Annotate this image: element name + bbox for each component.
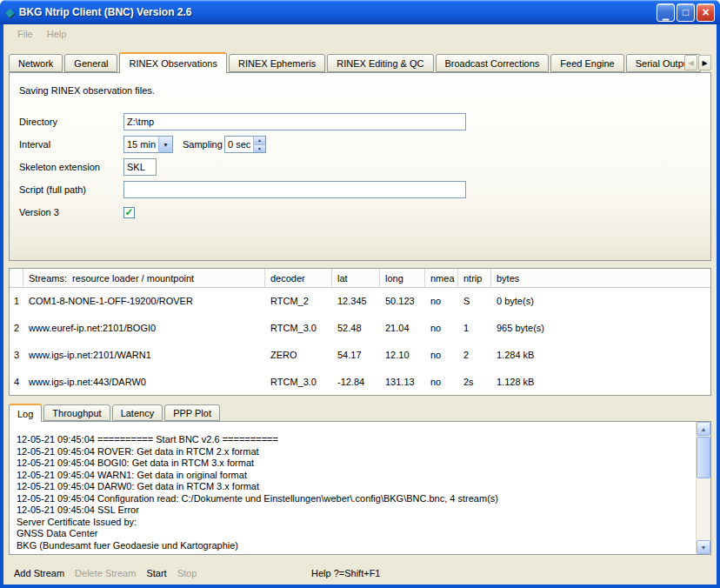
log-line: 12-05-21 09:45:04 WARN1: Get data in ori…: [17, 470, 689, 482]
skeleton-row: Skeleton extension: [19, 158, 701, 176]
minimize-icon: ▁: [663, 12, 669, 20]
log-line: 12-05-21 09:45:04 BOGI0: Get data in RTC…: [17, 458, 689, 470]
tab-bar: Network General RINEX Observations RINEX…: [9, 52, 711, 72]
scroll-up-icon[interactable]: ▲: [697, 422, 710, 436]
spin-down-icon[interactable]: ▼: [253, 144, 265, 153]
window-title: BKG Ntrip Client (BNC) Version 2.6: [19, 6, 655, 18]
cell-lat: 52.48: [332, 315, 380, 342]
tab-scroll-right-icon[interactable]: ▶: [698, 55, 711, 70]
interval-value: 15 min: [124, 139, 158, 150]
tab-throughput[interactable]: Throughput: [43, 404, 110, 421]
stream-row-3[interactable]: 3 www.igs-ip.net:2101/WARN1 ZERO 54.17 1…: [10, 342, 710, 369]
tab-scroll-controls: ◀ ▶: [683, 55, 711, 70]
close-icon: ×: [702, 6, 709, 18]
interval-label: Interval: [19, 139, 123, 150]
sampling-value: 0 sec: [225, 137, 253, 152]
cell-ntrip: 1: [458, 315, 491, 342]
cell-long: 12.10: [380, 342, 425, 369]
version3-row: Version 3 ✓: [19, 204, 701, 221]
streams-table-header: Streams: resource loader / mountpoint de…: [10, 269, 710, 288]
sampling-spinner[interactable]: 0 sec ▲ ▼: [224, 136, 266, 153]
start-button[interactable]: Start: [146, 568, 166, 578]
tab-network[interactable]: Network: [9, 54, 63, 72]
cell-mountpoint: COM1-8-NONE-1-OFF-19200/ROVER: [23, 288, 265, 315]
tab-rinex-observations[interactable]: RINEX Observations: [119, 52, 226, 73]
tab-feed-engine[interactable]: Feed Engine: [550, 54, 623, 72]
col-bytes[interactable]: bytes: [491, 269, 710, 287]
bottom-tab-bar: Log Throughput Latency PPP Plot: [9, 404, 711, 421]
cell-decoder: ZERO: [265, 342, 332, 369]
scrollbar-thumb[interactable]: [697, 437, 710, 478]
maximize-icon: □: [683, 7, 689, 17]
col-lat[interactable]: lat: [332, 269, 380, 287]
tab-broadcast-corrections[interactable]: Broadcast Corrections: [436, 54, 550, 72]
cell-row-number: 4: [10, 369, 23, 396]
cell-decoder: RTCM_2: [265, 288, 332, 315]
maximize-button[interactable]: □: [677, 3, 695, 22]
spin-up-icon[interactable]: ▲: [253, 137, 265, 144]
stream-row-4[interactable]: 4 www.igs-ip.net:443/DARW0 RTCM_3.0 -12.…: [10, 369, 710, 396]
tab-general[interactable]: General: [64, 54, 117, 72]
script-path-input[interactable]: [123, 181, 466, 198]
stream-row-1[interactable]: 1 COM1-8-NONE-1-OFF-19200/ROVER RTCM_2 1…: [10, 288, 710, 315]
skeleton-extension-input[interactable]: [123, 158, 157, 176]
interval-row: Interval 15 min ▼ Sampling 0 sec ▲ ▼: [19, 136, 701, 153]
directory-label: Directory: [19, 117, 123, 127]
log-scrollbar[interactable]: ▲ ▼: [696, 422, 710, 554]
scroll-down-icon[interactable]: ▼: [697, 540, 710, 554]
tab-rinex-editing-qc[interactable]: RINEX Editing & QC: [327, 54, 433, 72]
sampling-label: Sampling: [183, 139, 221, 150]
cell-ntrip: 2: [458, 342, 491, 369]
log-line: 12-05-21 09:45:04 DARW0: Get data in RTC…: [17, 481, 689, 493]
col-long[interactable]: long: [380, 269, 425, 287]
rinex-observations-panel: Saving RINEX observation files. Director…: [9, 72, 711, 261]
tab-latency[interactable]: Latency: [112, 404, 163, 421]
col-row-number: [10, 269, 23, 287]
log-line: 12-05-21 09:45:04 ROVER: Get data in RTC…: [17, 446, 689, 458]
cell-nmea: no: [425, 342, 458, 369]
log-line: GNSS Data Center: [17, 528, 689, 540]
cell-mountpoint: www.igs-ip.net:443/DARW0: [23, 369, 265, 396]
col-mountpoint[interactable]: Streams: resource loader / mountpoint: [23, 269, 265, 287]
col-nmea[interactable]: nmea: [425, 269, 458, 287]
log-text: 12-05-21 09:45:04 ========== Start BNC v…: [10, 422, 696, 554]
checkmark-icon: ✓: [124, 207, 133, 217]
cell-bytes: 965 byte(s): [491, 315, 710, 342]
col-ntrip[interactable]: ntrip: [458, 269, 491, 287]
panel-description: Saving RINEX observation files.: [19, 85, 155, 96]
minimize-button[interactable]: ▁: [657, 3, 675, 22]
dropdown-arrow-icon[interactable]: ▼: [158, 137, 172, 152]
cell-lat: -12.84: [332, 369, 380, 396]
tab-log[interactable]: Log: [9, 404, 42, 422]
cell-lat: 54.17: [332, 342, 380, 369]
cell-long: 21.04: [380, 315, 425, 342]
titlebar[interactable]: ◆ BKG Ntrip Client (BNC) Version 2.6 ▁ □…: [0, 0, 720, 24]
client-area: File Help Network General RINEX Observat…: [3, 24, 717, 585]
col-decoder[interactable]: decoder: [265, 269, 332, 287]
app-icon: ◆: [5, 6, 15, 18]
stream-row-2[interactable]: 2 www.euref-ip.net:2101/BOGI0 RTCM_3.0 5…: [10, 315, 710, 342]
log-panel: 12-05-21 09:45:04 ========== Start BNC v…: [9, 421, 711, 555]
cell-decoder: RTCM_3.0: [265, 315, 332, 342]
delete-stream-button[interactable]: Delete Stream: [75, 568, 136, 578]
cell-bytes: 1.284 kB: [491, 342, 710, 369]
menubar: File Help: [3, 24, 717, 43]
interval-dropdown[interactable]: 15 min ▼: [123, 136, 173, 153]
stop-button[interactable]: Stop: [177, 568, 197, 578]
directory-input[interactable]: [123, 113, 466, 130]
tab-ppp-plot[interactable]: PPP Plot: [164, 404, 220, 421]
tab-scroll-left-icon[interactable]: ◀: [684, 55, 697, 70]
version3-checkbox[interactable]: ✓: [123, 207, 135, 218]
menu-help[interactable]: Help: [40, 27, 74, 41]
application-window: ◆ BKG Ntrip Client (BNC) Version 2.6 ▁ □…: [0, 0, 720, 588]
log-line: 12-05-21 09:45:04 ========== Start BNC v…: [17, 434, 689, 446]
log-line: BKG (Bundesamt fuer Geodaesie und Kartog…: [17, 540, 689, 552]
log-line: 12-05-21 09:45:04 Configuration read: C:…: [17, 493, 689, 505]
add-stream-button[interactable]: Add Stream: [14, 568, 64, 578]
cell-bytes: 1.128 kB: [491, 369, 710, 396]
menu-file[interactable]: File: [10, 27, 40, 41]
statusbar: Add Stream Delete Stream Start Stop Help…: [3, 562, 717, 585]
close-button[interactable]: ×: [697, 3, 715, 22]
tab-rinex-ephemeris[interactable]: RINEX Ephemeris: [229, 54, 325, 72]
cell-nmea: no: [425, 288, 458, 315]
